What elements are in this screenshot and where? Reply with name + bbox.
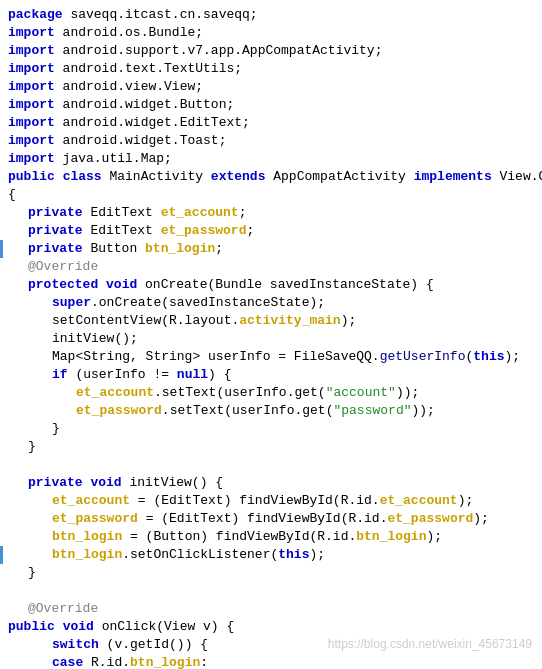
code-line: et_account = (EditText) findViewById(R.i… [0, 492, 542, 510]
code-line: import android.widget.EditText; [0, 114, 542, 132]
code-line: import android.text.TextUtils; [0, 60, 542, 78]
code-line: @Override [0, 600, 542, 618]
code-line: case R.id.btn_login: [0, 654, 542, 669]
code-line: } [0, 420, 542, 438]
code-line: } [0, 564, 542, 582]
code-line: et_password.setText(userInfo.get("passwo… [0, 402, 542, 420]
code-line: @Override [0, 258, 542, 276]
code-line: private void initView() { [0, 474, 542, 492]
code-line: private Button btn_login; [0, 240, 542, 258]
code-line: et_account.setText(userInfo.get("account… [0, 384, 542, 402]
watermark: https://blog.csdn.net/weixin_45673149 [328, 637, 532, 651]
code-line: private EditText et_password; [0, 222, 542, 240]
code-line: package saveqq.itcast.cn.saveqq; [0, 6, 542, 24]
code-line: import android.support.v7.app.AppCompatA… [0, 42, 542, 60]
code-line: Map<String, String> userInfo = FileSaveQ… [0, 348, 542, 366]
code-line: protected void onCreate(Bundle savedInst… [0, 276, 542, 294]
code-line: import android.view.View; [0, 78, 542, 96]
code-line: btn_login = (Button) findViewById(R.id.b… [0, 528, 542, 546]
code-line: btn_login.setOnClickListener(this); [0, 546, 542, 564]
code-container: package saveqq.itcast.cn.saveqq;import a… [0, 0, 542, 669]
code-line: public void onClick(View v) { [0, 618, 542, 636]
code-line: import android.os.Bundle; [0, 24, 542, 42]
code-line [0, 456, 542, 474]
code-line: public class MainActivity extends AppCom… [0, 168, 542, 186]
code-line: private EditText et_account; [0, 204, 542, 222]
code-line: import java.util.Map; [0, 150, 542, 168]
code-line: if (userInfo != null) { [0, 366, 542, 384]
code-line: super.onCreate(savedInstanceState); [0, 294, 542, 312]
code-line [0, 582, 542, 600]
code-line: { [0, 186, 542, 204]
code-line: import android.widget.Button; [0, 96, 542, 114]
code-line: setContentView(R.layout.activity_main); [0, 312, 542, 330]
code-line: } [0, 438, 542, 456]
code-line: initView(); [0, 330, 542, 348]
code-line: import android.widget.Toast; [0, 132, 542, 150]
code-line: et_password = (EditText) findViewById(R.… [0, 510, 542, 528]
